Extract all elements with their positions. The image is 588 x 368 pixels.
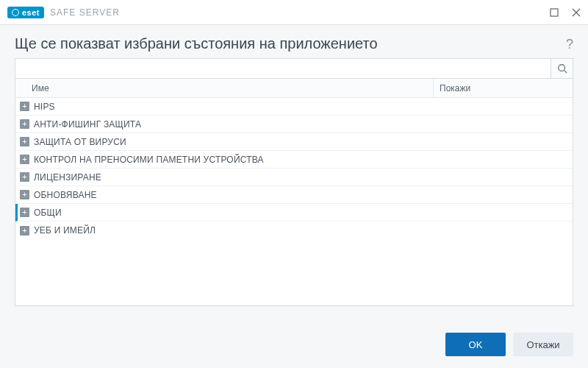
grid-body: +HIPS+АНТИ-ФИШИНГ ЗАЩИТА+ЗАЩИТА ОТ ВИРУС…: [15, 98, 573, 239]
grid-filler: [15, 239, 573, 305]
row-label: HIPS: [34, 102, 55, 112]
help-icon[interactable]: ?: [566, 35, 573, 52]
expand-icon[interactable]: +: [20, 137, 29, 146]
expand-icon[interactable]: +: [20, 102, 29, 111]
table-row[interactable]: +HIPS: [15, 98, 573, 116]
row-label: КОНТРОЛ НА ПРЕНОСИМИ ПАМЕТНИ УСТРОЙСТВА: [34, 155, 264, 165]
row-name-cell: +ЗАЩИТА ОТ ВИРУСИ: [15, 137, 433, 147]
product-name: SAFE SERVER: [50, 7, 120, 18]
svg-rect-0: [551, 9, 558, 16]
svg-line-4: [564, 71, 567, 74]
table-row[interactable]: +АНТИ-ФИШИНГ ЗАЩИТА: [15, 116, 573, 133]
table-row[interactable]: +ЗАЩИТА ОТ ВИРУСИ: [15, 133, 573, 151]
expand-icon[interactable]: +: [20, 208, 29, 217]
table-row[interactable]: +ОБЩИ: [15, 204, 573, 222]
row-name-cell: +HIPS: [15, 102, 433, 112]
row-name-cell: +УЕБ И ИМЕЙЛ: [15, 225, 433, 236]
titlebar: eset SAFE SERVER: [0, 0, 588, 25]
row-name-cell: +ОБНОВЯВАНЕ: [15, 190, 433, 200]
row-label: ОБНОВЯВАНЕ: [34, 190, 97, 200]
expand-icon[interactable]: +: [20, 172, 29, 182]
page-title: Ще се показват избрани състояния на прил…: [15, 35, 378, 52]
table-row[interactable]: +ЛИЦЕНЗИРАНЕ: [15, 169, 573, 186]
row-name-cell: +ЛИЦЕНЗИРАНЕ: [15, 172, 433, 183]
content: Име Покажи +HIPS+АНТИ-ФИШИНГ ЗАЩИТА+ЗАЩИ…: [0, 58, 588, 322]
cancel-button[interactable]: Откажи: [513, 333, 573, 356]
header: Ще се показват избрани състояния на прил…: [0, 25, 588, 58]
svg-point-3: [558, 65, 564, 71]
column-show[interactable]: Покажи: [433, 79, 573, 97]
search-icon: [557, 63, 567, 74]
brand-badge: eset: [7, 7, 44, 18]
row-label: УЕБ И ИМЕЙЛ: [34, 225, 96, 236]
search-input[interactable]: [15, 59, 551, 78]
close-icon[interactable]: [570, 7, 582, 18]
grid-header: Име Покажи: [15, 79, 573, 98]
grid: Име Покажи +HIPS+АНТИ-ФИШИНГ ЗАЩИТА+ЗАЩИ…: [15, 79, 573, 306]
maximize-icon[interactable]: [548, 7, 560, 18]
search-button[interactable]: [551, 59, 573, 78]
ok-button[interactable]: OK: [445, 333, 506, 356]
expand-icon[interactable]: +: [20, 119, 29, 129]
row-name-cell: +ОБЩИ: [18, 208, 433, 218]
window: eset SAFE SERVER Ще се показват избрани …: [0, 0, 588, 368]
row-name-cell: +АНТИ-ФИШИНГ ЗАЩИТА: [15, 119, 433, 130]
column-name[interactable]: Име: [15, 83, 433, 93]
table-row[interactable]: +КОНТРОЛ НА ПРЕНОСИМИ ПАМЕТНИ УСТРОЙСТВА: [15, 151, 573, 169]
table-row[interactable]: +УЕБ И ИМЕЙЛ: [15, 222, 573, 239]
footer: OK Откажи: [0, 322, 588, 368]
window-controls: [548, 7, 582, 18]
search-row: [15, 58, 573, 79]
row-label: ОБЩИ: [34, 208, 62, 218]
row-name-cell: +КОНТРОЛ НА ПРЕНОСИМИ ПАМЕТНИ УСТРОЙСТВА: [15, 155, 433, 165]
row-label: АНТИ-ФИШИНГ ЗАЩИТА: [34, 119, 141, 130]
row-label: ЗАЩИТА ОТ ВИРУСИ: [34, 137, 126, 147]
expand-icon[interactable]: +: [20, 226, 29, 236]
expand-icon[interactable]: +: [20, 155, 29, 164]
expand-icon[interactable]: +: [20, 190, 29, 199]
row-label: ЛИЦЕНЗИРАНЕ: [34, 172, 101, 183]
table-row[interactable]: +ОБНОВЯВАНЕ: [15, 186, 573, 204]
